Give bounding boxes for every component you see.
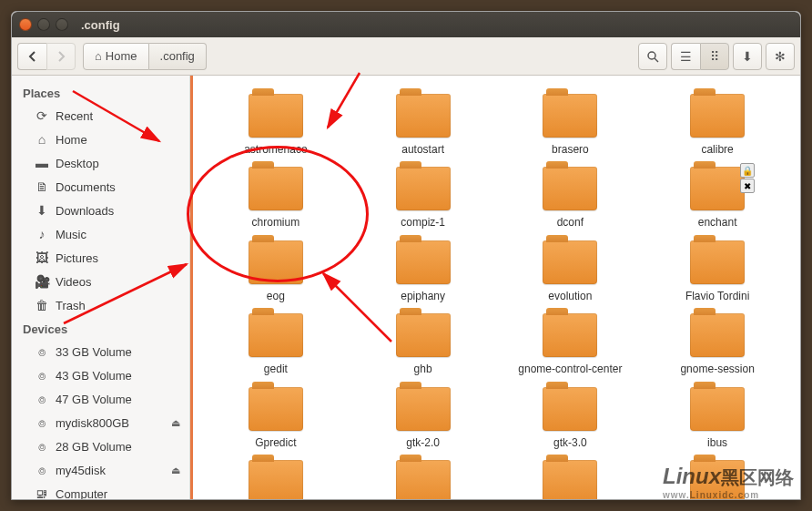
places-header: Places — [12, 81, 189, 104]
place-icon: ♪ — [34, 226, 50, 242]
folder-kazam[interactable]: kazam — [350, 456, 497, 499]
svg-line-1 — [655, 58, 658, 62]
folder-icon — [396, 460, 451, 499]
folder-dconf[interactable]: dconf — [497, 163, 645, 232]
sidebar-item-label: Recent — [56, 109, 93, 123]
sidebar-item-label: 43 GB Volume — [56, 369, 132, 383]
folder-label: dconf — [557, 216, 584, 229]
sidebar-device-1[interactable]: ⌾43 GB Volume — [12, 363, 189, 387]
sidebar-item-music[interactable]: ♪Music — [12, 222, 189, 246]
sidebar-item-home[interactable]: ⌂Home — [12, 128, 189, 151]
sidebar-item-label: Documents — [56, 180, 116, 194]
folder-astromenace[interactable]: astromenace — [202, 90, 350, 159]
sidebar-device-3[interactable]: ⌾mydisk800GB⏏ — [12, 411, 189, 434]
gear-icon: ✻ — [775, 49, 786, 64]
folder-icon — [396, 387, 451, 431]
folder-gtk-2.0[interactable]: gtk-2.0 — [350, 383, 497, 453]
folder-ghb[interactable]: ghb — [350, 310, 497, 379]
folder-icon — [543, 313, 597, 357]
sidebar-item-label: Desktop — [56, 157, 99, 170]
sidebar-item-label: mydisk800GB — [56, 416, 129, 430]
folder-gnome-control-center[interactable]: gnome-control-center — [497, 310, 645, 379]
folder-label: gnome-control-center — [518, 363, 622, 375]
folder-icon — [249, 460, 303, 499]
folder-label: ghb — [414, 363, 432, 375]
sidebar-item-label: 47 GB Volume — [56, 393, 132, 406]
folder-label: enchant — [698, 216, 737, 229]
place-icon: 🖼 — [34, 250, 50, 266]
view-group: ☰ ⠿ — [671, 43, 729, 70]
folder-icon — [396, 94, 451, 138]
sidebar-device-2[interactable]: ⌾47 GB Volume — [12, 387, 189, 411]
folder-evolution[interactable]: evolution — [497, 237, 645, 306]
forward-button[interactable] — [46, 43, 76, 70]
folder-icon — [249, 167, 303, 210]
sidebar-item-label: Pictures — [56, 251, 98, 265]
path-home[interactable]: ⌂ Home — [83, 43, 149, 70]
folder-label: eog — [267, 290, 285, 302]
home-icon: ⌂ — [95, 49, 102, 63]
folder-eog[interactable]: eog — [202, 237, 350, 306]
back-button[interactable] — [17, 43, 46, 70]
folder-label: chromium — [252, 216, 300, 229]
folder-calibre[interactable]: calibre — [644, 90, 791, 159]
folder-brasero[interactable]: brasero — [497, 90, 645, 159]
folder-gnome-session[interactable]: gnome-session — [644, 310, 791, 379]
place-icon: ⟳ — [34, 107, 50, 124]
place-icon: ⌂ — [34, 131, 50, 148]
sidebar-item-recent[interactable]: ⟳Recent — [12, 104, 189, 128]
sidebar-device-4[interactable]: ⌾28 GB Volume — [12, 434, 189, 458]
folder-autostart[interactable]: autostart — [350, 90, 497, 159]
sidebar-device-5[interactable]: ⌾my45disk⏏ — [12, 458, 189, 482]
sidebar-item-videos[interactable]: 🎥Videos — [12, 270, 189, 293]
titlebar[interactable]: .config — [12, 12, 800, 37]
minimize-button[interactable] — [37, 18, 50, 31]
path-current[interactable]: .config — [149, 43, 207, 70]
folder-ibus[interactable]: ibus — [644, 383, 791, 453]
folder-compiz-1[interactable]: compiz-1 — [350, 163, 497, 232]
sidebar: Places ⟳Recent⌂Home▬Desktop🗎Documents⬇Do… — [12, 76, 190, 499]
sidebar-item-trash[interactable]: 🗑Trash — [12, 293, 189, 317]
sidebar-item-desktop[interactable]: ▬Desktop — [12, 151, 189, 175]
folder-epiphany[interactable]: epiphany — [350, 237, 497, 306]
search-button[interactable] — [638, 43, 667, 70]
sidebar-item-pictures[interactable]: 🖼Pictures — [12, 246, 189, 270]
sidebar-item-label: Downloads — [56, 204, 114, 218]
eject-icon[interactable]: ⏏ — [171, 465, 180, 476]
folder-chromium[interactable]: chromium — [202, 163, 350, 232]
sidebar-item-label: 28 GB Volume — [56, 440, 132, 454]
eject-icon[interactable]: ⏏ — [171, 417, 180, 429]
folder-icon — [249, 94, 303, 138]
folder-icon — [690, 387, 745, 431]
sidebar-device-6[interactable]: 🖳Computer — [12, 482, 189, 499]
settings-button[interactable]: ✻ — [766, 43, 795, 70]
sidebar-item-label: Computer — [56, 487, 107, 500]
folder-gtk-3.0[interactable]: gtk-3.0 — [497, 383, 645, 453]
folder-inkscape[interactable]: inkscape — [202, 456, 350, 499]
folder-enchant[interactable]: 🔒✖enchant — [644, 163, 791, 232]
path-home-label: Home — [106, 49, 137, 63]
down-button[interactable]: ⬇ — [733, 43, 762, 70]
folder-icon — [543, 387, 597, 431]
file-area[interactable]: astromenaceautostartbraserocalibrechromi… — [190, 76, 800, 499]
folder-icon — [249, 313, 303, 357]
window-title: .config — [81, 18, 120, 32]
folder-icon — [690, 167, 745, 210]
folder-gedit[interactable]: gedit — [202, 310, 350, 379]
folder-icon — [249, 240, 303, 284]
folder-label: astromenace — [244, 143, 307, 156]
folder-icon — [396, 167, 451, 210]
list-view-button[interactable]: ☰ — [671, 43, 700, 70]
folder-Flavio Tordini[interactable]: Flavio Tordini — [644, 237, 791, 306]
close-button[interactable] — [19, 18, 32, 31]
icon-view-button[interactable]: ⠿ — [700, 43, 729, 70]
folder-label: gtk-3.0 — [553, 436, 587, 449]
sidebar-item-documents[interactable]: 🗎Documents — [12, 175, 189, 199]
sidebar-item-downloads[interactable]: ⬇Downloads — [12, 199, 189, 222]
sidebar-device-0[interactable]: ⌾33 GB Volume — [12, 340, 189, 363]
maximize-button[interactable] — [56, 18, 68, 31]
folder-icon — [249, 387, 303, 431]
folder-keepassx[interactable]: keepassx — [497, 456, 645, 499]
folder-Gpredict[interactable]: Gpredict — [202, 383, 350, 453]
path-bar: ⌂ Home .config — [83, 43, 207, 70]
